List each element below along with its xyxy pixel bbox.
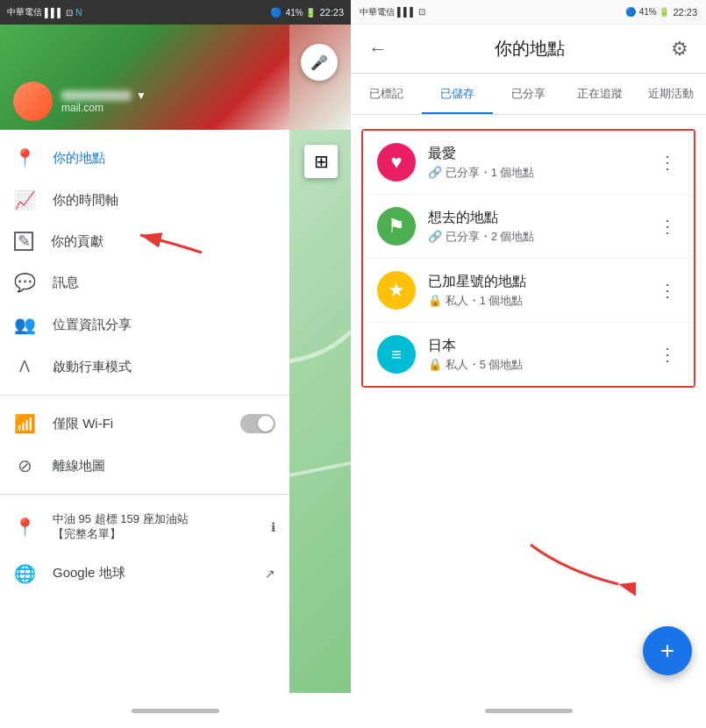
right-status-right: 🔵 41% 🔋 22:23 [625, 7, 697, 18]
divider-1 [0, 395, 289, 396]
nfc-icon: N [75, 8, 82, 18]
menu-label-timeline: 你的時間軸 [53, 192, 275, 209]
starred-more-button[interactable]: ⋮ [655, 276, 680, 304]
right-status-left: 中華電信 ▌▌▌ ⊡ [360, 6, 425, 18]
settings-button[interactable]: ⚙ [667, 34, 692, 64]
mic-icon: 🎤 [310, 54, 328, 71]
left-status-left: 中華電信 ▌▌▌ ⊡ N [7, 6, 82, 18]
tab-recent[interactable]: 近期活動 [635, 74, 706, 114]
left-home-bar-pill [132, 709, 219, 713]
menu-items-list: 📍 你的地點 📈 你的時間軸 [0, 130, 289, 693]
list-item-want-to-go[interactable]: ⚑ 想去的地點 🔗 已分享・2 個地點 ⋮ [363, 195, 694, 259]
saved-places-list-box: ♥ 最愛 🔗 已分享・1 個地點 ⋮ ⚑ 想去的地點 [361, 129, 695, 388]
japan-subtitle: 🔒 私人・5 個地點 [428, 357, 643, 373]
menu-label-driving-mode: 啟動行車模式 [53, 359, 275, 375]
star-icon: ★ [388, 279, 405, 302]
menu-label-google-earth: Google 地球 [53, 565, 247, 582]
account-info: ▼ mail.com [61, 89, 146, 114]
right-signal-icon: ▌▌▌ [397, 7, 416, 17]
menu-item-offline-maps[interactable]: ⊘ 離線地圖 [0, 445, 289, 487]
tab-tracking[interactable]: 正在追蹤 [564, 74, 635, 114]
time-left: 22:23 [319, 7, 344, 18]
location-pin-icon: 📍 [14, 147, 35, 168]
list-item-starred[interactable]: ★ 已加星號的地點 🔒 私人・1 個地點 ⋮ [363, 259, 694, 323]
mic-button[interactable]: 🎤 [301, 44, 338, 81]
favorites-icon-circle: ♥ [377, 143, 416, 182]
carrier-text: 中華電信 [7, 6, 42, 18]
right-wifi-icon: ⊡ [418, 7, 425, 17]
annotation-arrow-left [123, 209, 210, 265]
favorites-subtitle: 🔗 已分享・1 個地點 [428, 165, 643, 181]
avatar-area: ▼ mail.com [13, 82, 276, 121]
menu-label-location-sharing: 位置資訊分享 [53, 317, 275, 333]
layers-icon: ⊞ [314, 151, 329, 172]
japan-subtitle-text: 私人・5 個地點 [446, 358, 524, 371]
want-to-go-subtitle: 🔗 已分享・2 個地點 [428, 229, 643, 245]
avatar [13, 82, 53, 121]
left-status-right: 🔵 41% 🔋 22:23 [270, 7, 344, 18]
japan-text: 日本 🔒 私人・5 個地點 [428, 337, 643, 373]
wifi-only-icon: 📶 [14, 413, 35, 434]
menu-label-offline-maps: 離線地圖 [53, 458, 275, 475]
heart-icon: ♥ [390, 151, 402, 174]
external-link-icon[interactable]: ↗ [265, 567, 275, 581]
google-earth-icon: 🌐 [14, 563, 35, 584]
want-to-go-title: 想去的地點 [428, 209, 643, 227]
list-item-favorites[interactable]: ♥ 最愛 🔗 已分享・1 個地點 ⋮ [363, 131, 694, 195]
lock-icon-japan: 🔒 [428, 358, 442, 371]
info-icon[interactable]: ℹ [271, 520, 275, 534]
wifi-icon: ⊡ [66, 8, 73, 18]
tab-saved[interactable]: 已儲存 [422, 74, 493, 114]
content-area: ♥ 最愛 🔗 已分享・1 個地點 ⋮ ⚑ 想去的地點 [351, 115, 706, 693]
back-button[interactable]: ← [365, 34, 391, 64]
starred-subtitle: 🔒 私人・1 個地點 [428, 293, 643, 309]
tab-labeled[interactable]: 已標記 [351, 74, 422, 114]
right-panel: 中華電信 ▌▌▌ ⊡ 🔵 41% 🔋 22:23 ← 你的地點 ⚙ 已標記 已儲… [351, 0, 706, 728]
starred-title: 已加星號的地點 [428, 273, 643, 291]
favorites-subtitle-text: 已分享・1 個地點 [446, 166, 535, 179]
right-carrier: 中華電信 [360, 6, 395, 18]
favorites-text: 最愛 🔗 已分享・1 個地點 [428, 145, 643, 181]
menu-item-location-sharing[interactable]: 👥 位置資訊分享 [0, 303, 289, 346]
list-icon: ≡ [391, 345, 402, 365]
timeline-icon: 📈 [14, 189, 35, 211]
left-home-bar [0, 693, 351, 728]
want-to-go-more-button[interactable]: ⋮ [655, 212, 680, 240]
japan-icon-circle: ≡ [377, 335, 416, 374]
layers-button[interactable]: ⊞ [304, 145, 338, 178]
list-item-japan[interactable]: ≡ 日本 🔒 私人・5 個地點 ⋮ [363, 323, 694, 386]
menu-item-your-places[interactable]: 📍 你的地點 [0, 137, 289, 179]
dropdown-arrow-icon[interactable]: ▼ [136, 89, 146, 102]
menu-item-google-earth[interactable]: 🌐 Google 地球 ↗ [0, 553, 289, 595]
japan-title: 日本 [428, 337, 643, 355]
right-battery-icon: 41% 🔋 [639, 7, 670, 17]
right-bluetooth-icon: 🔵 [625, 7, 636, 17]
favorites-more-button[interactable]: ⋮ [655, 148, 680, 176]
divider-2 [0, 494, 289, 495]
menu-item-driving-mode[interactable]: Λ 啟動行車模式 [0, 346, 289, 388]
japan-more-button[interactable]: ⋮ [655, 340, 680, 368]
menu-label-messages: 訊息 [53, 275, 275, 291]
want-to-go-icon-circle: ⚑ [377, 207, 416, 246]
menu-label-your-places: 你的地點 [53, 150, 275, 167]
red-arrow-left-svg [123, 209, 210, 261]
menu-item-wifi-only[interactable]: 📶 僅限 Wi-Fi [0, 403, 289, 445]
right-status-bar: 中華電信 ▌▌▌ ⊡ 🔵 41% 🔋 22:23 [351, 0, 706, 25]
tab-shared[interactable]: 已分享 [493, 74, 564, 114]
add-place-fab-button[interactable]: + [643, 626, 692, 675]
wifi-only-toggle[interactable] [240, 414, 275, 433]
account-name-row: ▼ [61, 89, 146, 102]
plus-icon: + [660, 637, 674, 665]
toggle-knob [258, 416, 274, 432]
right-time: 22:23 [673, 7, 697, 18]
share-icon-wtg: 🔗 [428, 230, 442, 243]
starred-text: 已加星號的地點 🔒 私人・1 個地點 [428, 273, 643, 309]
location-sharing-icon: 👥 [14, 314, 35, 335]
starred-subtitle-text: 私人・1 個地點 [446, 294, 524, 307]
menu-item-gas-station[interactable]: 📍 中油 95 超標 159 座加油站【完整名單】 ℹ [0, 502, 289, 553]
right-home-bar [351, 693, 706, 728]
red-arrow-right-svg [522, 527, 636, 597]
menu-item-messages[interactable]: 💬 訊息 [0, 261, 289, 303]
signal-icon: ▌▌▌ [45, 8, 63, 18]
side-menu: ▼ mail.com 📍 你的地點 [0, 25, 289, 693]
